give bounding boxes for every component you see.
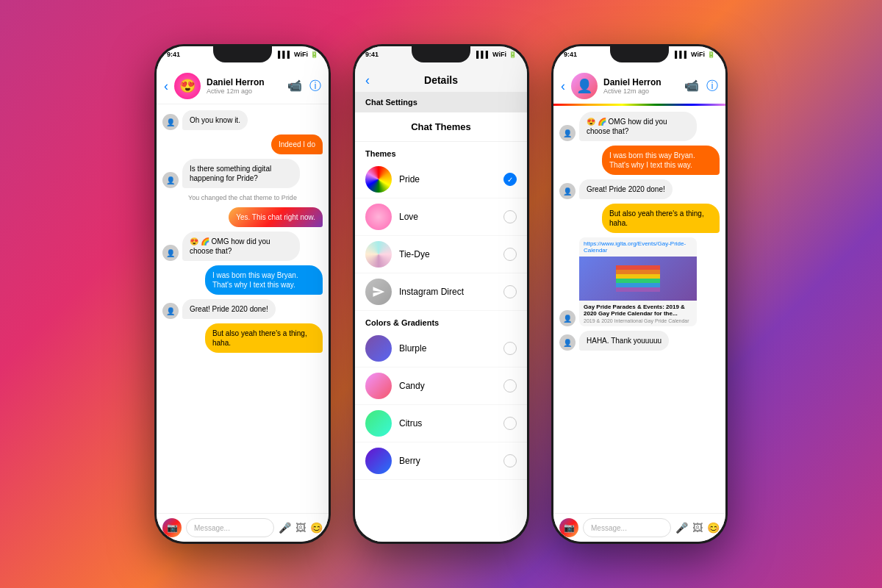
theme-name-pride: Pride — [399, 174, 496, 184]
avatar-small: 👤 — [559, 334, 576, 351]
camera-button-3[interactable]: 📷 — [559, 518, 578, 537]
theme-name-candy: Candy — [399, 381, 496, 391]
berry-icon — [365, 448, 392, 474]
bubble: Is there something digital happening for… — [182, 159, 300, 188]
msg-row-link: 👤 https://www.iglta.org/Events/Gay-Pride… — [559, 237, 720, 326]
direct-icon — [365, 279, 392, 305]
camera-button-1[interactable]: 📷 — [162, 518, 182, 537]
msg-row: I was born this way Bryan. That's why I … — [559, 146, 720, 175]
chat-header-3: ‹ 👤 Daniel Herron Active 12m ago 📹 ⓘ — [553, 68, 725, 106]
chat-themes-title: Chat Themes — [355, 112, 527, 142]
system-message: You changed the chat theme to Pride — [162, 193, 323, 203]
theme-item-direct[interactable]: Instagram Direct — [355, 273, 527, 311]
image-icon-3[interactable]: 🖼 — [692, 522, 703, 534]
input-placeholder-1: Message... — [194, 524, 230, 532]
theme-radio-tiedye[interactable] — [503, 248, 517, 261]
theme-radio-direct[interactable] — [503, 285, 517, 298]
sticker-icon-1[interactable]: 😊 — [310, 522, 323, 534]
bubble: I was born this way Bryan. That's why I … — [602, 146, 720, 175]
msg-row: 👤 Oh you know it. — [162, 110, 323, 130]
input-placeholder-3: Message... — [591, 524, 627, 532]
msg-row: Indeed I do — [162, 135, 323, 154]
svg-rect-2 — [616, 270, 660, 274]
battery-icon-2: 🔋 — [509, 51, 517, 58]
theme-name-blurple: Blurple — [399, 343, 496, 354]
bubble: I was born this way Bryan. That's why I … — [205, 265, 323, 295]
back-button-1[interactable]: ‹ — [164, 79, 168, 94]
chat-body-3: 👤 😍 🌈 OMG how did you choose that? I was… — [553, 106, 725, 513]
theme-name-berry: Berry — [399, 456, 496, 466]
avatar-small: 👤 — [559, 125, 576, 141]
bubble: Great! Pride 2020 done! — [579, 179, 673, 199]
theme-radio-pride[interactable]: ✓ — [503, 173, 517, 186]
theme-item-pride[interactable]: Pride ✓ — [355, 161, 527, 198]
link-image — [579, 257, 697, 301]
info-icon-3[interactable]: ⓘ — [706, 79, 718, 94]
tiedye-icon — [365, 241, 392, 268]
back-button-3[interactable]: ‹ — [561, 79, 565, 94]
theme-item-blurple[interactable]: Blurple — [355, 330, 527, 368]
citrus-icon — [365, 410, 392, 437]
contact-status-1: Active 12m ago — [207, 87, 282, 95]
battery-icon-3: 🔋 — [707, 51, 715, 58]
link-url: https://www.iglta.org/Events/Gay-Pride-C… — [579, 237, 697, 257]
link-preview[interactable]: https://www.iglta.org/Events/Gay-Pride-C… — [579, 237, 697, 326]
svg-rect-5 — [616, 283, 660, 287]
info-icon-1[interactable]: ⓘ — [309, 79, 321, 94]
contact-name-1: Daniel Herron — [207, 77, 282, 87]
status-bar-2: 9:41 ▌▌▌ WiFi 🔋 — [355, 46, 527, 68]
mic-icon-3[interactable]: 🎤 — [675, 522, 688, 534]
msg-row: 👤 Is there something digital happening f… — [162, 159, 323, 188]
msg-row: 👤 😍 🌈 OMG how did you choose that? — [559, 112, 720, 141]
svg-rect-3 — [616, 274, 660, 279]
theme-item-tiedye[interactable]: Tie-Dye — [355, 236, 527, 273]
svg-rect-6 — [616, 287, 660, 292]
avatar-small: 👤 — [162, 245, 179, 261]
avatar-3: 👤 — [571, 73, 598, 99]
love-icon — [365, 204, 392, 230]
theme-item-berry[interactable]: Berry — [355, 442, 527, 480]
theme-item-love[interactable]: Love — [355, 198, 527, 236]
msg-row: 👤 😍 🌈 OMG how did you choose that? — [162, 232, 323, 261]
sticker-icon-3[interactable]: 😊 — [707, 522, 720, 534]
theme-radio-berry[interactable] — [503, 454, 517, 467]
msg-row: I was born this way Bryan. That's why I … — [162, 265, 323, 295]
chat-body-1: 👤 Oh you know it. Indeed I do 👤 Is there… — [157, 104, 329, 513]
input-bar-3: 📷 Message... 🎤 🖼 😊 — [553, 513, 725, 542]
pride-icon — [365, 166, 392, 193]
bubble: Indeed I do — [271, 135, 323, 154]
image-icon-1[interactable]: 🖼 — [295, 522, 306, 534]
theme-name-direct: Instagram Direct — [399, 287, 496, 297]
theme-radio-candy[interactable] — [503, 379, 517, 392]
theme-item-candy[interactable]: Candy — [355, 368, 527, 405]
avatar-small: 👤 — [162, 114, 179, 130]
themes-panel: Chat Themes Themes Pride ✓ Love Tie-Dye — [355, 112, 527, 542]
theme-name-citrus: Citrus — [399, 418, 496, 429]
avatar-small: 👤 — [162, 172, 179, 188]
bubble: But also yeah there's a thing, haha. — [602, 204, 720, 233]
link-title: Gay Pride Parades & Events: 2019 & 2020 … — [579, 301, 697, 318]
theme-radio-love[interactable] — [503, 210, 517, 223]
wifi-icon-2: WiFi — [492, 51, 506, 58]
theme-item-citrus[interactable]: Citrus — [355, 405, 527, 442]
message-input-3[interactable]: Message... — [583, 518, 671, 537]
msg-row: Yes. This chat right now. — [162, 207, 323, 227]
video-icon-3[interactable]: 📹 — [684, 79, 699, 94]
theme-radio-blurple[interactable] — [503, 342, 517, 355]
themes-label: Themes — [355, 142, 527, 161]
mic-icon-1[interactable]: 🎤 — [279, 522, 291, 534]
send-icon — [372, 285, 385, 298]
candy-icon — [365, 373, 392, 399]
time-1: 9:41 — [167, 51, 180, 58]
signal-icon: ▌▌▌ — [278, 51, 292, 58]
back-button-2[interactable]: ‹ — [365, 73, 370, 88]
msg-row: But also yeah there's a thing, haha. — [559, 204, 720, 233]
colors-label: Colors & Gradients — [355, 311, 527, 330]
theme-name-love: Love — [399, 212, 496, 222]
chat-header-1: ‹ 😍 Daniel Herron Active 12m ago 📹 ⓘ — [157, 68, 329, 104]
contact-name-3: Daniel Herron — [603, 77, 678, 87]
message-input-1[interactable]: Message... — [186, 518, 274, 537]
video-icon-1[interactable]: 📹 — [287, 79, 302, 94]
theme-radio-citrus[interactable] — [503, 417, 517, 430]
contact-info-3: Daniel Herron Active 12m ago — [603, 77, 678, 95]
